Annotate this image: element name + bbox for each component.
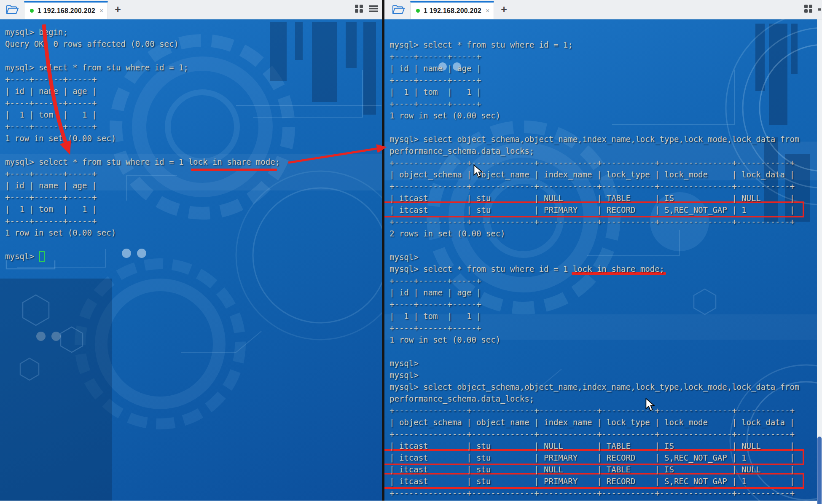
mouse-pointer — [645, 398, 655, 413]
new-tab-button[interactable]: + — [501, 4, 507, 15]
split-view-grid-icon[interactable] — [804, 4, 813, 15]
session-tab-label: 1 192.168.200.202 — [38, 7, 95, 15]
terminal-output-left[interactable]: mysql> begin; Query OK, 0 rows affected … — [0, 19, 382, 262]
tab-close-icon[interactable]: × — [99, 8, 103, 14]
tab-close-icon[interactable]: × — [486, 8, 489, 14]
session-status-dot — [416, 9, 420, 13]
pane-splitter[interactable] — [382, 0, 384, 501]
mouse-pointer — [473, 164, 483, 180]
terminal-output-right[interactable]: mysql> select * from stu where id = 1; +… — [384, 19, 817, 499]
split-terminal-window: 1 192.168.200.202 × + — [0, 0, 822, 504]
tabbar-left: 1 192.168.200.202 × + — [0, 0, 382, 19]
open-session-folder-icon[interactable] — [392, 4, 405, 15]
scrollbar-thumb[interactable] — [817, 437, 822, 504]
session-tab[interactable]: 1 192.168.200.202 × — [24, 1, 108, 19]
terminal-screen-left[interactable]: mysql> begin; Query OK, 0 rows affected … — [0, 19, 382, 501]
tabbar-right: 1 192.168.200.202 × + — [384, 0, 822, 19]
new-tab-button[interactable]: + — [115, 4, 121, 15]
terminal-pane-right: 1 192.168.200.202 × + — [384, 0, 822, 501]
scrollbar-track[interactable] — [817, 19, 822, 501]
open-session-folder-icon[interactable] — [5, 4, 19, 15]
menu-hamburger-icon-clipped[interactable] — [818, 5, 821, 13]
terminal-cursor — [39, 251, 45, 262]
session-status-dot — [30, 9, 34, 13]
session-tab[interactable]: 1 192.168.200.202 × — [410, 1, 494, 19]
terminal-pane-left: 1 192.168.200.202 × + — [0, 0, 382, 501]
split-view-grid-icon[interactable] — [355, 4, 363, 15]
page-bottom-strip — [0, 501, 822, 504]
menu-hamburger-icon[interactable] — [368, 5, 379, 14]
terminal-screen-right[interactable]: mysql> select * from stu where id = 1; +… — [384, 19, 817, 501]
session-tab-label: 1 192.168.200.202 — [424, 7, 481, 15]
